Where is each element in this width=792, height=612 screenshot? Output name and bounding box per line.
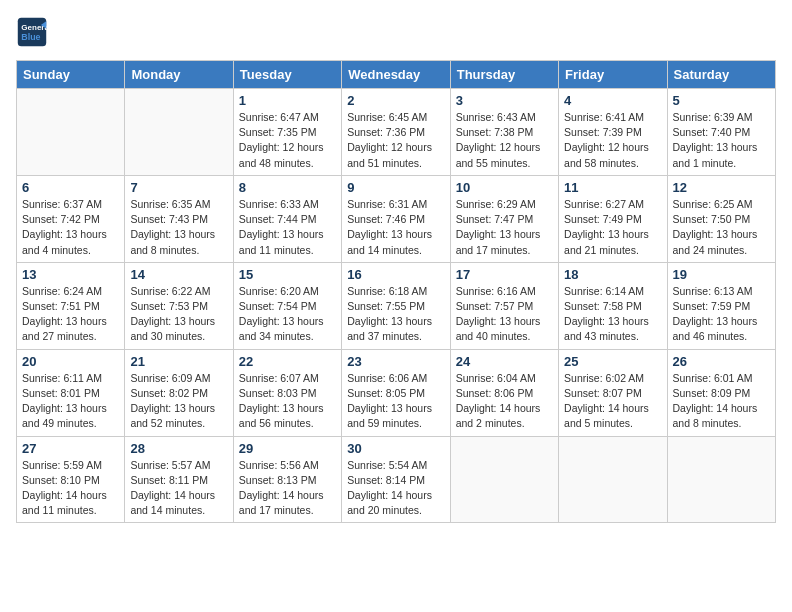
- day-number: 2: [347, 93, 444, 108]
- day-info: Sunrise: 6:29 AM Sunset: 7:47 PM Dayligh…: [456, 197, 553, 258]
- day-number: 17: [456, 267, 553, 282]
- day-number: 26: [673, 354, 770, 369]
- day-number: 11: [564, 180, 661, 195]
- calendar-cell: 28Sunrise: 5:57 AM Sunset: 8:11 PM Dayli…: [125, 436, 233, 523]
- day-number: 25: [564, 354, 661, 369]
- day-number: 8: [239, 180, 336, 195]
- day-number: 18: [564, 267, 661, 282]
- calendar-cell: [667, 436, 775, 523]
- calendar-cell: 22Sunrise: 6:07 AM Sunset: 8:03 PM Dayli…: [233, 349, 341, 436]
- calendar-cell: 4Sunrise: 6:41 AM Sunset: 7:39 PM Daylig…: [559, 89, 667, 176]
- calendar-cell: 25Sunrise: 6:02 AM Sunset: 8:07 PM Dayli…: [559, 349, 667, 436]
- calendar-cell: 14Sunrise: 6:22 AM Sunset: 7:53 PM Dayli…: [125, 262, 233, 349]
- day-info: Sunrise: 6:43 AM Sunset: 7:38 PM Dayligh…: [456, 110, 553, 171]
- day-info: Sunrise: 6:25 AM Sunset: 7:50 PM Dayligh…: [673, 197, 770, 258]
- calendar-week-row: 6Sunrise: 6:37 AM Sunset: 7:42 PM Daylig…: [17, 175, 776, 262]
- logo-icon: General Blue: [16, 16, 48, 48]
- day-info: Sunrise: 6:35 AM Sunset: 7:43 PM Dayligh…: [130, 197, 227, 258]
- day-info: Sunrise: 6:20 AM Sunset: 7:54 PM Dayligh…: [239, 284, 336, 345]
- day-number: 16: [347, 267, 444, 282]
- day-number: 19: [673, 267, 770, 282]
- calendar-cell: [17, 89, 125, 176]
- day-info: Sunrise: 6:06 AM Sunset: 8:05 PM Dayligh…: [347, 371, 444, 432]
- calendar-cell: 16Sunrise: 6:18 AM Sunset: 7:55 PM Dayli…: [342, 262, 450, 349]
- calendar-cell: 15Sunrise: 6:20 AM Sunset: 7:54 PM Dayli…: [233, 262, 341, 349]
- calendar-cell: 23Sunrise: 6:06 AM Sunset: 8:05 PM Dayli…: [342, 349, 450, 436]
- calendar-week-row: 1Sunrise: 6:47 AM Sunset: 7:35 PM Daylig…: [17, 89, 776, 176]
- calendar-cell: 30Sunrise: 5:54 AM Sunset: 8:14 PM Dayli…: [342, 436, 450, 523]
- calendar-cell: 13Sunrise: 6:24 AM Sunset: 7:51 PM Dayli…: [17, 262, 125, 349]
- day-number: 4: [564, 93, 661, 108]
- day-info: Sunrise: 6:47 AM Sunset: 7:35 PM Dayligh…: [239, 110, 336, 171]
- day-number: 20: [22, 354, 119, 369]
- weekday-header-thursday: Thursday: [450, 61, 558, 89]
- day-info: Sunrise: 5:59 AM Sunset: 8:10 PM Dayligh…: [22, 458, 119, 519]
- day-info: Sunrise: 5:54 AM Sunset: 8:14 PM Dayligh…: [347, 458, 444, 519]
- day-number: 28: [130, 441, 227, 456]
- day-info: Sunrise: 6:04 AM Sunset: 8:06 PM Dayligh…: [456, 371, 553, 432]
- day-info: Sunrise: 6:02 AM Sunset: 8:07 PM Dayligh…: [564, 371, 661, 432]
- day-number: 10: [456, 180, 553, 195]
- day-number: 14: [130, 267, 227, 282]
- calendar-cell: 26Sunrise: 6:01 AM Sunset: 8:09 PM Dayli…: [667, 349, 775, 436]
- day-info: Sunrise: 6:24 AM Sunset: 7:51 PM Dayligh…: [22, 284, 119, 345]
- day-info: Sunrise: 6:18 AM Sunset: 7:55 PM Dayligh…: [347, 284, 444, 345]
- calendar-cell: 29Sunrise: 5:56 AM Sunset: 8:13 PM Dayli…: [233, 436, 341, 523]
- calendar-cell: 20Sunrise: 6:11 AM Sunset: 8:01 PM Dayli…: [17, 349, 125, 436]
- calendar-cell: 2Sunrise: 6:45 AM Sunset: 7:36 PM Daylig…: [342, 89, 450, 176]
- calendar-cell: 11Sunrise: 6:27 AM Sunset: 7:49 PM Dayli…: [559, 175, 667, 262]
- day-number: 5: [673, 93, 770, 108]
- day-number: 3: [456, 93, 553, 108]
- page-header: General Blue: [16, 16, 776, 48]
- day-info: Sunrise: 6:22 AM Sunset: 7:53 PM Dayligh…: [130, 284, 227, 345]
- calendar-table: SundayMondayTuesdayWednesdayThursdayFrid…: [16, 60, 776, 523]
- calendar-cell: [125, 89, 233, 176]
- day-number: 23: [347, 354, 444, 369]
- day-number: 13: [22, 267, 119, 282]
- calendar-cell: 1Sunrise: 6:47 AM Sunset: 7:35 PM Daylig…: [233, 89, 341, 176]
- calendar-cell: 24Sunrise: 6:04 AM Sunset: 8:06 PM Dayli…: [450, 349, 558, 436]
- day-info: Sunrise: 6:33 AM Sunset: 7:44 PM Dayligh…: [239, 197, 336, 258]
- calendar-cell: 9Sunrise: 6:31 AM Sunset: 7:46 PM Daylig…: [342, 175, 450, 262]
- calendar-cell: 7Sunrise: 6:35 AM Sunset: 7:43 PM Daylig…: [125, 175, 233, 262]
- day-info: Sunrise: 6:13 AM Sunset: 7:59 PM Dayligh…: [673, 284, 770, 345]
- day-info: Sunrise: 6:09 AM Sunset: 8:02 PM Dayligh…: [130, 371, 227, 432]
- day-number: 24: [456, 354, 553, 369]
- day-number: 21: [130, 354, 227, 369]
- day-info: Sunrise: 6:39 AM Sunset: 7:40 PM Dayligh…: [673, 110, 770, 171]
- calendar-cell: 6Sunrise: 6:37 AM Sunset: 7:42 PM Daylig…: [17, 175, 125, 262]
- day-number: 6: [22, 180, 119, 195]
- weekday-header-saturday: Saturday: [667, 61, 775, 89]
- calendar-cell: [559, 436, 667, 523]
- day-info: Sunrise: 5:57 AM Sunset: 8:11 PM Dayligh…: [130, 458, 227, 519]
- calendar-cell: 10Sunrise: 6:29 AM Sunset: 7:47 PM Dayli…: [450, 175, 558, 262]
- svg-text:Blue: Blue: [21, 32, 40, 42]
- day-number: 9: [347, 180, 444, 195]
- day-info: Sunrise: 6:07 AM Sunset: 8:03 PM Dayligh…: [239, 371, 336, 432]
- day-number: 7: [130, 180, 227, 195]
- day-info: Sunrise: 6:27 AM Sunset: 7:49 PM Dayligh…: [564, 197, 661, 258]
- day-info: Sunrise: 6:01 AM Sunset: 8:09 PM Dayligh…: [673, 371, 770, 432]
- calendar-cell: 8Sunrise: 6:33 AM Sunset: 7:44 PM Daylig…: [233, 175, 341, 262]
- calendar-cell: 12Sunrise: 6:25 AM Sunset: 7:50 PM Dayli…: [667, 175, 775, 262]
- day-info: Sunrise: 6:16 AM Sunset: 7:57 PM Dayligh…: [456, 284, 553, 345]
- calendar-header-row: SundayMondayTuesdayWednesdayThursdayFrid…: [17, 61, 776, 89]
- weekday-header-sunday: Sunday: [17, 61, 125, 89]
- day-info: Sunrise: 6:31 AM Sunset: 7:46 PM Dayligh…: [347, 197, 444, 258]
- day-number: 15: [239, 267, 336, 282]
- calendar-cell: 17Sunrise: 6:16 AM Sunset: 7:57 PM Dayli…: [450, 262, 558, 349]
- calendar-week-row: 20Sunrise: 6:11 AM Sunset: 8:01 PM Dayli…: [17, 349, 776, 436]
- day-info: Sunrise: 6:11 AM Sunset: 8:01 PM Dayligh…: [22, 371, 119, 432]
- calendar-cell: 27Sunrise: 5:59 AM Sunset: 8:10 PM Dayli…: [17, 436, 125, 523]
- weekday-header-wednesday: Wednesday: [342, 61, 450, 89]
- day-number: 27: [22, 441, 119, 456]
- weekday-header-friday: Friday: [559, 61, 667, 89]
- day-number: 1: [239, 93, 336, 108]
- calendar-cell: 3Sunrise: 6:43 AM Sunset: 7:38 PM Daylig…: [450, 89, 558, 176]
- day-info: Sunrise: 6:14 AM Sunset: 7:58 PM Dayligh…: [564, 284, 661, 345]
- day-info: Sunrise: 5:56 AM Sunset: 8:13 PM Dayligh…: [239, 458, 336, 519]
- logo: General Blue: [16, 16, 52, 48]
- calendar-cell: 18Sunrise: 6:14 AM Sunset: 7:58 PM Dayli…: [559, 262, 667, 349]
- calendar-week-row: 13Sunrise: 6:24 AM Sunset: 7:51 PM Dayli…: [17, 262, 776, 349]
- calendar-week-row: 27Sunrise: 5:59 AM Sunset: 8:10 PM Dayli…: [17, 436, 776, 523]
